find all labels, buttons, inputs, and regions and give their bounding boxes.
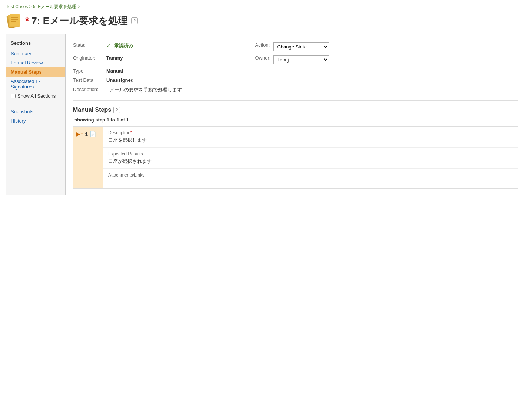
owner-select[interactable]: Tanuj Tammy [273,55,329,64]
sidebar-item-summary[interactable]: Summary [6,49,65,58]
show-all-sections-label[interactable]: Show All Sections [17,93,56,99]
steps-showing: showing step 1 to 1 of 1 [73,117,518,123]
originator-value: Tammy [106,53,233,66]
state-label: State: [73,40,106,53]
step-content: Description* 口座を選択します Expected Results 口… [103,127,518,188]
manual-steps-title: Manual Steps ? [73,107,518,113]
step-left: ▶≡ 1 📄 [73,127,103,188]
step-attachments-value [108,179,513,185]
step-expected-label: Expected Results [108,151,513,157]
testdata-label: Test Data: [73,75,106,85]
page-help-icon[interactable]: ? [131,17,138,24]
owner-select-cell: Tanuj Tammy [273,53,518,66]
owner-label: Owner: [233,53,274,66]
show-all-sections-row: Show All Sections [6,91,65,101]
sidebar-item-history[interactable]: History [6,116,65,125]
step-number: 1 [85,131,88,137]
state-check-icon: ✓ [106,42,111,48]
step-expected-value: 口座が選択されます [108,158,513,165]
description-label: Description: [73,85,106,95]
breadcrumb: Test Cases > 5: Eメール要求を処理 > [6,4,526,10]
page-icon [6,13,21,28]
action-label: Action: [233,40,274,53]
type-value: Manual [106,66,233,75]
manual-steps-section: Manual Steps ? showing step 1 to 1 of 1 … [73,107,518,189]
info-table: State: ✓ 承認済み Action: Change State Appro… [73,40,518,101]
page-title-row: * 7: Eメール要求を処理 ? [6,13,526,28]
step-attachments-label: Attachments/Links [108,172,513,178]
action-select-cell: Change State Approve Reject [273,40,518,53]
sidebar-item-manual-steps[interactable]: Manual Steps [6,67,65,77]
state-text: 承認済み [114,43,133,48]
step-description-label: Description* [108,130,513,135]
description-value: Eメールの要求を手動で処理します [106,85,518,95]
type-label: Type: [73,66,106,75]
testdata-value: Unassigned [106,75,233,85]
main-layout: Sections Summary Formal Review Manual St… [6,34,526,195]
step-description-field: Description* 口座を選択します [103,127,518,148]
sidebar-item-associated-esignatures[interactable]: Associated E-Signatures [6,77,65,91]
state-value: ✓ 承認済み [106,40,233,53]
step-expected-field: Expected Results 口座が選択されます [103,148,518,169]
step-description-value: 口座を選択します [108,137,513,144]
content-area: State: ✓ 承認済み Action: Change State Appro… [66,34,526,195]
step-attachments-field: Attachments/Links [103,169,518,188]
sidebar: Sections Summary Formal Review Manual St… [6,34,66,195]
step-doc-icon[interactable]: 📄 [90,131,96,137]
sidebar-header: Sections [6,38,65,49]
page-title: * 7: Eメール要求を処理 [25,14,127,27]
sidebar-item-snapshots[interactable]: Snapshots [6,107,65,116]
svg-rect-2 [10,14,20,26]
sidebar-item-formal-review[interactable]: Formal Review [6,58,65,67]
originator-label: Originator: [73,53,106,66]
action-select[interactable]: Change State Approve Reject [273,42,329,51]
show-all-sections-checkbox[interactable] [11,94,16,98]
manual-steps-help-icon[interactable]: ? [113,107,120,113]
sidebar-divider [9,104,62,104]
step-row: ▶≡ 1 📄 Description* 口座を選択します Expected Re… [73,126,518,189]
step-expand-icon[interactable]: ▶≡ [76,131,83,137]
